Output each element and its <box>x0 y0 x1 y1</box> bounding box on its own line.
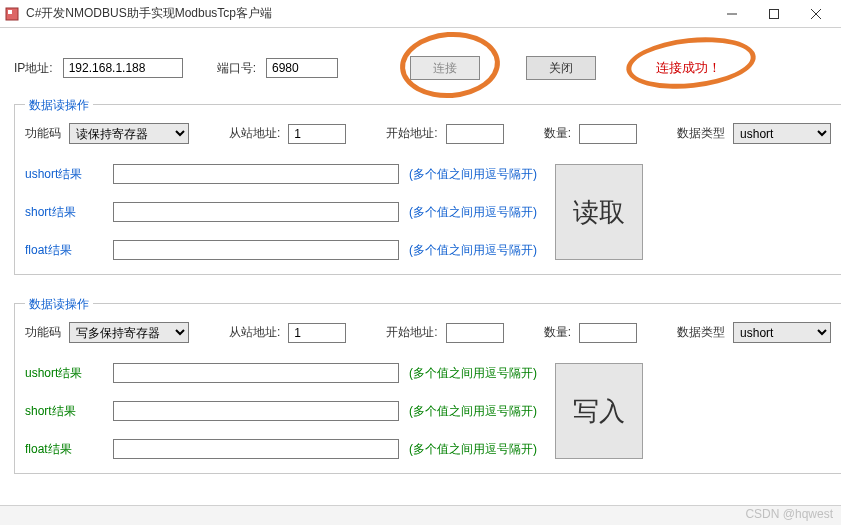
read-dtype-select[interactable]: ushort <box>733 123 831 144</box>
connection-status: 连接成功！ <box>656 59 721 77</box>
read-float-input[interactable] <box>113 240 399 260</box>
read-func-label: 功能码 <box>25 125 61 142</box>
connection-row: IP地址: 端口号: 连接 关闭 连接成功！ <box>14 56 827 80</box>
write-ushort-label: ushort结果 <box>25 365 103 382</box>
read-start-label: 开始地址: <box>386 125 437 142</box>
write-button[interactable]: 写入 <box>555 363 643 459</box>
write-slave-input[interactable] <box>288 323 346 343</box>
port-input[interactable] <box>266 58 338 78</box>
write-short-input[interactable] <box>113 401 399 421</box>
write-start-label: 开始地址: <box>386 324 437 341</box>
write-float-hint: (多个值之间用逗号隔开) <box>409 441 537 458</box>
read-group: 数据读操作 功能码 读保持寄存器 从站地址: 开始地址: 数量: 数据类型 us… <box>14 104 841 275</box>
read-ushort-input[interactable] <box>113 164 399 184</box>
window-titlebar: C#开发NMODBUS助手实现ModbusTcp客户端 <box>0 0 841 28</box>
ip-label: IP地址: <box>14 60 53 77</box>
read-short-label: short结果 <box>25 204 103 221</box>
write-slave-label: 从站地址: <box>229 324 280 341</box>
watermark: CSDN @hqwest <box>745 507 833 521</box>
maximize-button[interactable] <box>753 1 795 27</box>
write-float-label: float结果 <box>25 441 103 458</box>
read-ushort-label: ushort结果 <box>25 166 103 183</box>
write-qty-input[interactable] <box>579 323 637 343</box>
minimize-button[interactable] <box>711 1 753 27</box>
read-qty-input[interactable] <box>579 124 637 144</box>
write-group-title: 数据读操作 <box>25 296 93 313</box>
read-start-input[interactable] <box>446 124 504 144</box>
write-float-input[interactable] <box>113 439 399 459</box>
read-float-label: float结果 <box>25 242 103 259</box>
connect-button[interactable]: 连接 <box>410 56 480 80</box>
read-slave-label: 从站地址: <box>229 125 280 142</box>
read-slave-input[interactable] <box>288 124 346 144</box>
write-dtype-select[interactable]: ushort <box>733 322 831 343</box>
close-connection-button[interactable]: 关闭 <box>526 56 596 80</box>
write-dtype-label: 数据类型 <box>677 324 725 341</box>
read-short-hint: (多个值之间用逗号隔开) <box>409 204 537 221</box>
read-qty-label: 数量: <box>544 125 571 142</box>
ip-input[interactable] <box>63 58 183 78</box>
window-title: C#开发NMODBUS助手实现ModbusTcp客户端 <box>26 5 711 22</box>
write-qty-label: 数量: <box>544 324 571 341</box>
read-dtype-label: 数据类型 <box>677 125 725 142</box>
write-short-label: short结果 <box>25 403 103 420</box>
write-func-label: 功能码 <box>25 324 61 341</box>
write-short-hint: (多个值之间用逗号隔开) <box>409 403 537 420</box>
app-icon <box>4 6 20 22</box>
bottom-strip <box>0 505 841 525</box>
close-button[interactable] <box>795 1 837 27</box>
write-start-input[interactable] <box>446 323 504 343</box>
write-func-select[interactable]: 写多保持寄存器 <box>69 322 189 343</box>
svg-rect-1 <box>8 10 12 14</box>
read-group-title: 数据读操作 <box>25 97 93 114</box>
read-button[interactable]: 读取 <box>555 164 643 260</box>
read-ushort-hint: (多个值之间用逗号隔开) <box>409 166 537 183</box>
write-ushort-input[interactable] <box>113 363 399 383</box>
read-float-hint: (多个值之间用逗号隔开) <box>409 242 537 259</box>
write-group: 数据读操作 功能码 写多保持寄存器 从站地址: 开始地址: 数量: 数据类型 u… <box>14 303 841 474</box>
read-short-input[interactable] <box>113 202 399 222</box>
port-label: 端口号: <box>217 60 256 77</box>
read-func-select[interactable]: 读保持寄存器 <box>69 123 189 144</box>
svg-rect-3 <box>770 9 779 18</box>
write-ushort-hint: (多个值之间用逗号隔开) <box>409 365 537 382</box>
